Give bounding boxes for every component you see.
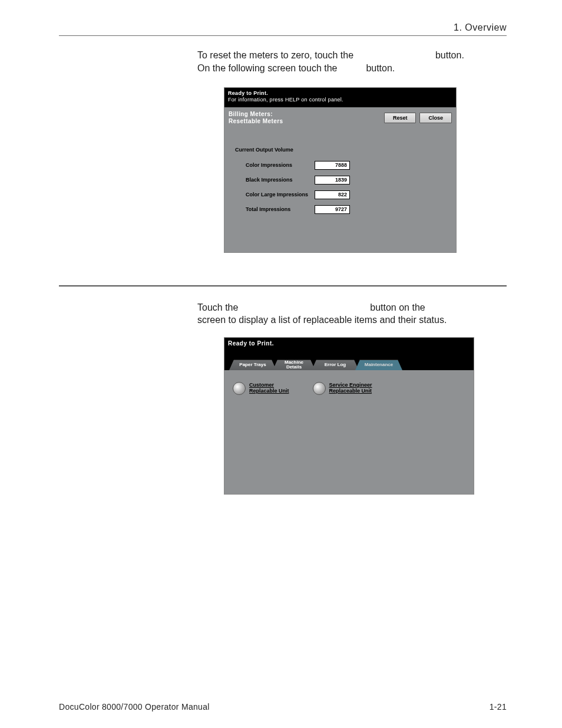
- meter-row: Black Impressions 1839: [235, 176, 445, 185]
- tab-maintenance[interactable]: Maintenance: [355, 360, 402, 370]
- tab-machine-details[interactable]: Machine Details: [273, 360, 315, 370]
- text: Touch the: [197, 302, 241, 312]
- meter-value: 1839: [315, 176, 350, 185]
- status-bar: Ready to Print.: [224, 338, 474, 360]
- text: button.: [435, 50, 464, 60]
- meter-value: 822: [315, 190, 350, 199]
- status-help: For information, press HELP on control p…: [228, 97, 452, 103]
- text: Service Engineer: [329, 382, 372, 388]
- text: button on the: [370, 302, 425, 312]
- status-bar: Ready to Print. For information, press H…: [224, 88, 456, 107]
- instruction-paragraph-2: Touch the button on the screen to displa…: [197, 301, 507, 327]
- section-title: Current Output Volume: [235, 147, 445, 153]
- close-button[interactable]: Close: [419, 113, 452, 123]
- meter-row: Color Impressions 7888: [235, 161, 445, 170]
- text: screen to display a list of replaceable …: [197, 315, 447, 325]
- radio-icon: [313, 382, 326, 395]
- tab-label: Maintenance: [365, 363, 393, 367]
- status-ready: Ready to Print.: [228, 340, 470, 347]
- billing-meters-screenshot: Ready to Print. For information, press H…: [224, 87, 457, 253]
- reset-button[interactable]: Reset: [384, 113, 416, 123]
- chapter-header: 1. Overview: [59, 22, 507, 36]
- tab-error-log[interactable]: Error Log: [312, 360, 359, 370]
- footer-title: DocuColor 8000/7000 Operator Manual: [59, 702, 210, 711]
- status-ready: Ready to Print.: [228, 90, 452, 97]
- meter-row: Total Impressions 9727: [235, 205, 445, 214]
- meter-row: Color Large Impressions 822: [235, 190, 445, 199]
- meter-label: Black Impressions: [235, 177, 315, 183]
- panel-title: Billing Meters: Resettable Meters: [229, 111, 283, 126]
- section-divider: [59, 285, 507, 286]
- text: Replaceable Unit: [329, 388, 372, 394]
- text: To reset the meters to zero, touch the: [197, 50, 356, 60]
- meter-label: Color Impressions: [235, 162, 315, 168]
- maintenance-screenshot: Ready to Print. Paper Trays Machine Deta…: [224, 337, 474, 495]
- radio-icon: [233, 382, 246, 395]
- tab-label: Error Log: [325, 363, 346, 367]
- service-engineer-replaceable-option[interactable]: Service Engineer Replaceable Unit: [313, 382, 372, 395]
- meter-value: 7888: [315, 161, 350, 170]
- page-footer: DocuColor 8000/7000 Operator Manual 1-21: [59, 702, 507, 711]
- customer-replaceable-option[interactable]: Customer Replacable Unit: [233, 382, 289, 395]
- text: button.: [366, 63, 395, 73]
- option-label: Service Engineer Replaceable Unit: [329, 383, 372, 394]
- meter-value: 9727: [315, 205, 350, 214]
- tab-bar: Paper Trays Machine Details Error Log Ma…: [224, 360, 474, 370]
- option-label: Customer Replacable Unit: [249, 383, 289, 394]
- text: On the following screen touch the: [197, 63, 340, 73]
- tab-paper-trays[interactable]: Paper Trays: [229, 360, 276, 370]
- text: Customer: [249, 382, 274, 388]
- tab-label: Paper Trays: [239, 363, 266, 367]
- meter-label: Color Large Impressions: [235, 192, 315, 197]
- instruction-paragraph-1: To reset the meters to zero, touch the b…: [197, 49, 507, 74]
- panel-title-line2: Resettable Meters: [229, 118, 283, 126]
- meter-label: Total Impressions: [235, 206, 315, 212]
- page-number: 1-21: [490, 702, 507, 711]
- panel-title-line1: Billing Meters:: [229, 111, 283, 118]
- text: Replacable Unit: [249, 388, 289, 394]
- tab-label: Machine Details: [285, 360, 303, 370]
